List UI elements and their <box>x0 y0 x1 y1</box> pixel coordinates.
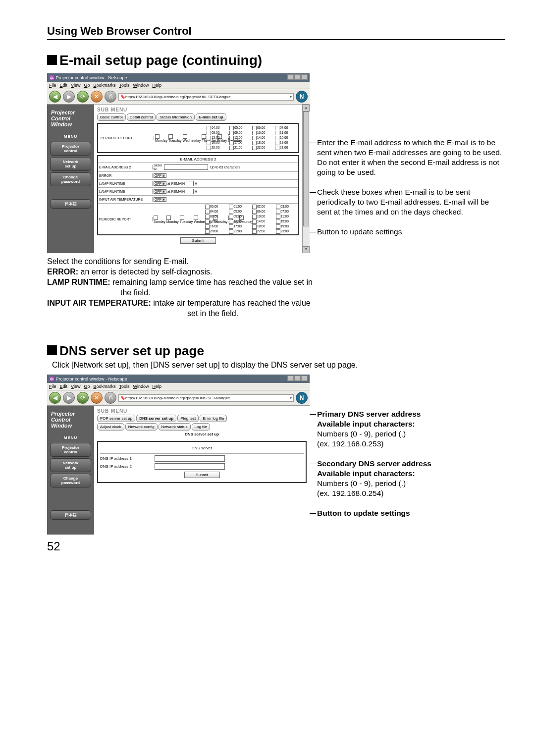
tab-dns[interactable]: DNS server set up <box>136 415 176 422</box>
sidebar-item-password[interactable]: Changepassword <box>50 474 91 487</box>
screenshot-dns: 🔯 Projector control window - Netscape Fi… <box>47 375 310 535</box>
footnotes: Select the conditions for sending E-mail… <box>47 256 505 319</box>
section-title-email: E-mail setup page (continuing) <box>47 53 505 68</box>
tab-status[interactable]: Status information <box>157 113 194 121</box>
menu-label: MENU <box>47 434 94 441</box>
content-area: SUB MENU POP server set up DNS server se… <box>94 406 310 535</box>
lamp1-label: LAMP RUNTIME <box>98 181 153 186</box>
chapter-title: Using Web Browser Control <box>47 25 505 40</box>
periodic-label-2: PERIODIC REPORT <box>98 217 153 221</box>
annotation-submit: Button to update settings <box>317 508 505 518</box>
toolbar: ◀ ▶ ⟳ ✕ ⎙ 🔖 http://192.168.0.8/cgi-bin/m… <box>47 89 310 105</box>
url-input[interactable]: 🔖 http://192.168.0.8/cgi-bin/main.cgi?pa… <box>118 394 294 402</box>
sidebar-item-projector[interactable]: Projectorcontrol <box>50 142 91 156</box>
stop-icon[interactable]: ✕ <box>91 91 103 103</box>
forward-icon[interactable]: ▶ <box>63 91 75 103</box>
toolbar: ◀ ▶ ⟳ ✕ ⎙ 🔖 http://192.168.0.8/cgi-bin/m… <box>47 390 310 406</box>
print-icon[interactable]: ⎙ <box>105 91 116 103</box>
menu-label: MENU <box>47 133 94 140</box>
stop-icon[interactable]: ✕ <box>91 392 103 404</box>
window-buttons[interactable] <box>287 376 308 382</box>
url-input[interactable]: 🔖 http://192.168.0.8/cgi-bin/main.cgi?pa… <box>118 93 294 101</box>
dns-subhead: DNS server <box>100 444 304 452</box>
periodic-box-1: PERIODIC REPORT Monday Tuesday Wednesday… <box>97 123 299 153</box>
annotation-email-address: Enter the E-mail address to which the E-… <box>317 138 505 177</box>
lamp1-input[interactable] <box>186 181 194 186</box>
submit-button[interactable]: Submit <box>180 237 216 244</box>
tab-netconfig[interactable]: Network config <box>125 423 158 431</box>
error-label: ERROR <box>98 173 153 178</box>
sidebar: ProjectorControlWindow MENU Projectorcon… <box>47 406 94 535</box>
submit-button[interactable]: Submit <box>184 472 220 478</box>
annotation-secondary-dns: Secondary DNS server addressAvailable in… <box>317 459 505 498</box>
dns2-label: DNS IP address 2 <box>100 464 155 469</box>
hint-text: Up to 63 characters <box>209 165 298 169</box>
app-logo: ProjectorControlWindow <box>47 408 94 431</box>
dns-desc: Click [Network set up], then [DNS server… <box>52 361 505 370</box>
sidebar-item-japanese[interactable]: 日本語 <box>50 199 91 209</box>
menubar[interactable]: FileEditViewGoBookmarksToolsWindowHelp <box>47 82 310 89</box>
square-bullet-icon <box>47 55 57 65</box>
back-icon[interactable]: ◀ <box>49 91 61 103</box>
scroll-up-icon[interactable]: ▴ <box>303 105 310 111</box>
tab-basic[interactable]: Basic control <box>97 113 126 121</box>
time-checks-2[interactable]: 00:0001:0002:0003:0004:0005:0006:0007:00… <box>204 204 298 234</box>
annotation-primary-dns: Primary DNS server addressAvailable inpu… <box>317 409 505 449</box>
error-select[interactable]: OFF <box>154 173 166 178</box>
forward-icon[interactable]: ▶ <box>63 392 75 404</box>
sidebar-item-network[interactable]: Networkset up <box>50 458 91 472</box>
print-icon[interactable]: ⎙ <box>105 392 116 404</box>
lamp2-input[interactable] <box>186 189 194 194</box>
day-checks-2[interactable]: Sunday Monday Tuesday Wednesday Thursday… <box>153 215 204 224</box>
back-icon[interactable]: ◀ <box>49 392 61 404</box>
tab-pop[interactable]: POP server set up <box>97 415 135 422</box>
sendto-label: Send to <box>154 163 163 170</box>
day-checks[interactable]: Monday Tuesday Wednesday Thursday Friday… <box>154 134 206 143</box>
reload-icon[interactable]: ⟳ <box>77 91 89 103</box>
email2-label: E-MAIL ADDRESS 2 <box>98 165 153 169</box>
annotation-checkboxes: Check these boxes when E-mail is to be s… <box>317 187 505 217</box>
tab-logfile[interactable]: Log file <box>192 423 211 431</box>
submenu-label: SUB MENU <box>97 408 307 414</box>
content-area: SUB MENU Basic control Detail control St… <box>94 105 302 253</box>
window-titlebar: 🔯 Projector control window - Netscape <box>47 375 310 383</box>
netscape-logo-icon: N <box>296 392 308 404</box>
annotation-submit: Button to update settings <box>317 227 505 237</box>
dns-page-title: DNS server set up <box>97 431 307 438</box>
sidebar-item-japanese[interactable]: 日本語 <box>50 510 91 520</box>
dns1-input[interactable] <box>155 455 225 462</box>
scroll-down-icon[interactable]: ▾ <box>303 246 310 253</box>
window-titlebar: 🔯 Projector control window - Netscape <box>47 73 310 82</box>
sidebar-item-projector[interactable]: Projectorcontrol <box>50 443 91 457</box>
sidebar: ProjectorControlWindow MENU Projectorcon… <box>47 105 94 253</box>
lamp1-select[interactable]: OFF <box>154 181 166 186</box>
email2-title: E-MAIL ADDRESS 2 <box>98 156 298 163</box>
sidebar-item-network[interactable]: Networkset up <box>50 157 91 171</box>
dns1-label: DNS IP address 1 <box>100 456 155 461</box>
screenshot-email: 🔯 Projector control window - Netscape Fi… <box>47 73 310 253</box>
dns2-input[interactable] <box>155 463 225 470</box>
lamp2-label: LAMP RUNTIME <box>98 189 153 194</box>
window-buttons[interactable] <box>287 74 308 81</box>
tab-detail[interactable]: Detail control <box>127 113 156 121</box>
tab-ping[interactable]: Ping test <box>177 415 199 422</box>
netscape-logo-icon: N <box>296 91 308 103</box>
lamp2-select[interactable]: OFF <box>154 189 166 194</box>
square-bullet-icon <box>47 345 57 355</box>
tab-clock[interactable]: Adjust clock <box>97 423 124 431</box>
tab-email[interactable]: E-mail set up <box>196 113 226 121</box>
scrollbar[interactable]: ▴ ▾ <box>302 105 310 253</box>
inputair-label: INPUT AIR TEMPERATURE <box>98 197 153 202</box>
tab-netstatus[interactable]: Network status <box>159 423 191 431</box>
page-number: 52 <box>47 540 505 553</box>
email2-input[interactable] <box>164 164 208 170</box>
scroll-thumb[interactable] <box>303 111 309 226</box>
tab-errorlog[interactable]: Error log file <box>200 415 227 422</box>
time-checks-1[interactable]: 04:0005:0006:0007:0008:0009:0010:0011:00… <box>206 125 297 151</box>
reload-icon[interactable]: ⟳ <box>77 392 89 404</box>
section-title-dns: DNS server set up page <box>47 343 505 359</box>
sidebar-item-password[interactable]: Changepassword <box>50 172 91 186</box>
inputair-select[interactable]: OFF <box>154 197 166 202</box>
periodic-label: PERIODIC REPORT <box>100 136 154 140</box>
menubar[interactable]: FileEditViewGoBookmarksToolsWindowHelp <box>47 383 310 390</box>
